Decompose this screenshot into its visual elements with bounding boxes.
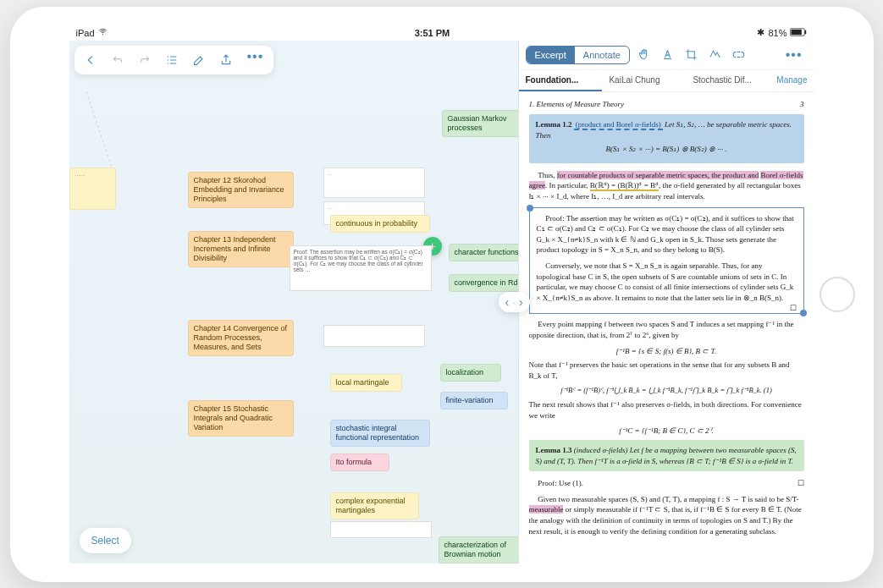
- chapter-node-13[interactable]: Chapter 13 Independent Increments and In…: [188, 231, 294, 268]
- svg-rect-2: [792, 29, 802, 34]
- tab-foundation[interactable]: Foundation...: [519, 70, 603, 91]
- chapter-node-15[interactable]: Chapter 15 Stochastic Integrals and Quad…: [188, 400, 294, 437]
- wifi-icon: [98, 27, 108, 38]
- hand-tool-icon[interactable]: [635, 46, 654, 64]
- clock: 3:51 PM: [415, 28, 450, 38]
- left-toolbar: •••: [75, 46, 274, 74]
- text-tool-icon[interactable]: [659, 46, 677, 64]
- highlight-countable: for countable products of separable metr…: [557, 171, 759, 179]
- preserve-paragraph: Note that f⁻¹ preserves the basic set op…: [529, 360, 804, 381]
- topic-finite-variation[interactable]: finite-variation: [440, 392, 508, 409]
- topic-localization[interactable]: localization: [440, 364, 501, 382]
- chapter-node-14[interactable]: Chapter 14 Convergence of Random Process…: [188, 320, 294, 357]
- undo-button[interactable]: [107, 49, 129, 71]
- manage-tabs-button[interactable]: Manage: [770, 70, 814, 91]
- topic-complex-exp[interactable]: complex exponential martingales: [330, 492, 419, 520]
- proof-preview[interactable]: Proof: The assertion may be written as σ…: [290, 245, 432, 291]
- next-result-paragraph: The next result shows that f⁻¹ also pres…: [529, 399, 804, 420]
- chapter-node-12[interactable]: Chapter 12 Skorohod Embedding and Invari…: [188, 172, 294, 209]
- selection-handle-top[interactable]: [527, 205, 533, 212]
- document-viewer[interactable]: 1. Elements of Measure Theory 3 Lemma 1.…: [519, 92, 814, 563]
- left-more-button[interactable]: •••: [242, 49, 269, 71]
- topic-char-bm[interactable]: characterization of Brownian motion: [439, 536, 518, 563]
- right-toolbar: Excerpt Annotate •••: [519, 41, 814, 70]
- lemma-1-2-name: (product and Borel σ-fields): [574, 120, 663, 130]
- svg-rect-3: [805, 30, 807, 34]
- topic-cont-prob[interactable]: continuous in probability: [330, 215, 430, 233]
- selection-handle-bottom[interactable]: [800, 310, 807, 316]
- tab-kailai[interactable]: KaiLai Chung: [602, 70, 686, 91]
- highlight-measurable: measurable: [529, 505, 564, 514]
- lemma-1-3-label: Lemma 1.3: [536, 446, 572, 454]
- tab-stochastic[interactable]: Stochastic Dif...: [686, 70, 770, 91]
- preview-excerpt-4[interactable]: [330, 521, 432, 538]
- document-pane: Excerpt Annotate ••• Foundation... KaiLa…: [518, 41, 814, 563]
- mapping-paragraph: Every point mapping f between two spaces…: [529, 319, 804, 340]
- proof-p2: Conversely, we note that S = X_n S_n is …: [537, 261, 797, 303]
- share-button[interactable]: [215, 49, 237, 71]
- page-dot: ·: [512, 295, 516, 309]
- page-navigator: ‹ · ›: [499, 292, 530, 312]
- carrier-label: iPad: [76, 28, 95, 38]
- battery-label: 81%: [768, 28, 786, 38]
- thus-paragraph[interactable]: Thus, for countable products of separabl…: [529, 170, 804, 202]
- formula-finvC: f⁻¹C = {f⁻¹B; B ∈ C}, C ⊂ 2ᵀ.: [529, 426, 804, 437]
- lemma-1-3-box[interactable]: Lemma 1.3 (induced σ-fields) Let f be a …: [529, 440, 804, 471]
- preview-excerpt-3[interactable]: [323, 325, 425, 347]
- link-tool-icon[interactable]: [730, 46, 748, 64]
- mini-node[interactable]: ……: [69, 168, 116, 210]
- measurable-paragraph: Given two measurable spaces (S, S) and (…: [529, 494, 804, 536]
- document-tabs: Foundation... KaiLai Chung Stochastic Di…: [519, 70, 814, 92]
- proof-1-3: Proof: Use (1).☐: [529, 478, 804, 489]
- topic-conv-rd[interactable]: convergence in Rd: [449, 274, 518, 292]
- proof-p1: Proof: The assertion may be written as σ…: [537, 213, 797, 256]
- formula-finv: f⁻¹B = {s ∈ S; f(s) ∈ B}, B ⊂ T.: [529, 346, 804, 357]
- lemma-1-3-name: (induced σ-fields): [574, 446, 628, 454]
- ipad-home-button[interactable]: [820, 277, 855, 312]
- proof-selection-box[interactable]: Proof: The assertion may be written as σ…: [529, 207, 804, 315]
- lemma-1-2-box[interactable]: Lemma 1.2 (product and Borel σ-fields) L…: [529, 114, 804, 163]
- topic-ito-formula[interactable]: Ito formula: [330, 453, 389, 471]
- edit-button[interactable]: [188, 49, 210, 71]
- topic-local-martingale[interactable]: local martingale: [330, 374, 402, 392]
- redo-button[interactable]: [134, 49, 156, 71]
- lasso-tool-icon[interactable]: [706, 46, 725, 64]
- section-title: 1. Elements of Measure Theory: [529, 99, 624, 110]
- annotate-tab[interactable]: Annotate: [575, 47, 629, 63]
- topic-gaussian[interactable]: Gaussian Markov processes: [442, 110, 518, 138]
- select-button[interactable]: Select: [80, 528, 131, 553]
- preview-excerpt-1[interactable]: …: [323, 168, 425, 198]
- lemma-1-2-formula: B(S₁ × S₂ × ···) = B(S₁) ⊗ B(S₂) ⊗ ··· .: [536, 144, 797, 155]
- battery-icon: [790, 28, 807, 38]
- bluetooth-icon: ✱: [757, 27, 764, 38]
- crop-tool-icon[interactable]: [682, 46, 701, 64]
- status-bar: iPad 3:51 PM ✱ 81%: [69, 25, 814, 41]
- topic-char-functions[interactable]: character functions: [449, 244, 518, 261]
- excerpt-tab[interactable]: Excerpt: [527, 47, 575, 63]
- next-page-button[interactable]: ›: [519, 295, 523, 309]
- outline-button[interactable]: [161, 49, 183, 71]
- lemma-1-2-label: Lemma 1.2: [536, 120, 572, 129]
- topic-stochastic-integral[interactable]: stochastic integral functional represent…: [330, 420, 430, 448]
- mode-segmented-control: Excerpt Annotate: [526, 46, 630, 64]
- highlight-borel-rd: B(ℝᵈ) = (B(ℝ))ᵈ = Bᵈ: [590, 181, 659, 191]
- right-more-button[interactable]: •••: [781, 47, 808, 63]
- mindmap-pane[interactable]: •••: [69, 41, 518, 563]
- formula-ops: f⁻¹Bᶜ = (f⁻¹B)ᶜ, f⁻¹⋃_k B_k = ⋃_k f⁻¹B_k…: [529, 386, 804, 396]
- section-page: 3: [800, 99, 804, 110]
- back-button[interactable]: [80, 49, 102, 71]
- svg-point-0: [102, 34, 102, 35]
- prev-page-button[interactable]: ‹: [505, 295, 510, 309]
